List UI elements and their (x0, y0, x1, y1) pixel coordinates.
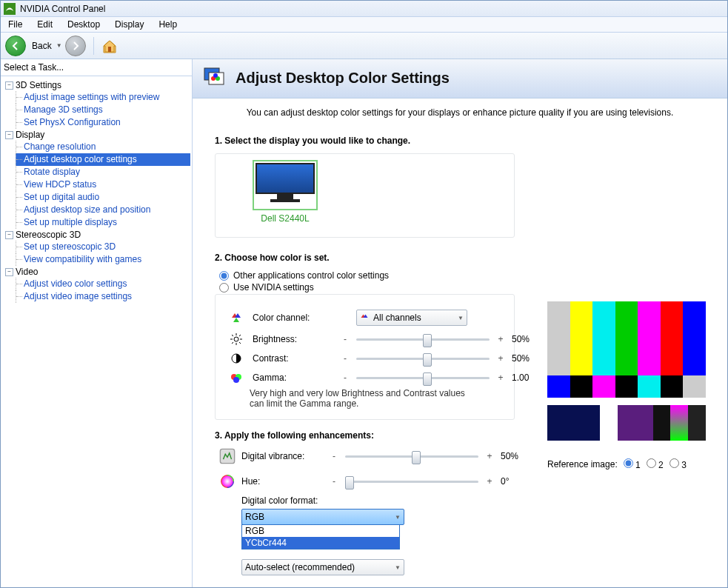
page-title: Adjust Desktop Color Settings (236, 70, 450, 87)
menu-desktop[interactable]: Desktop (60, 17, 107, 32)
color-bars (547, 301, 706, 375)
minus-icon: - (329, 476, 339, 487)
tree-item[interactable]: Adjust desktop size and position (16, 204, 190, 216)
tree-item[interactable]: Adjust video image settings (16, 290, 190, 303)
color-format-dropdown: RGB YCbCr444 (241, 524, 400, 549)
tree-item[interactable]: Adjust image settings with preview (16, 91, 190, 104)
collapse-icon[interactable]: − (5, 131, 13, 139)
svg-line-14 (239, 335, 241, 336)
pluge-bars (547, 405, 706, 441)
plus-icon: + (495, 334, 506, 344)
collapse-icon[interactable]: − (5, 268, 13, 276)
tree-group-display: −Display Change resolution Adjust deskto… (2, 129, 190, 229)
forward-button[interactable] (65, 36, 86, 56)
reference-option-3[interactable]: 3 (669, 458, 687, 470)
reference-option-2[interactable]: 2 (647, 458, 664, 470)
contrast-label: Contrast: (253, 353, 334, 364)
brightness-slider[interactable] (356, 338, 490, 341)
color-format-option[interactable]: RGB (242, 525, 399, 537)
color-channel-combo[interactable]: All channels ▼ (356, 310, 467, 326)
vibrance-label: Digital vibrance: (241, 451, 323, 461)
content-area: 1. Select the display you would like to … (193, 131, 727, 587)
task-tree: −3D Settings Adjust image settings with … (1, 76, 192, 306)
vibrance-value: 50% (501, 451, 536, 461)
toolbar: Back ▼ (1, 33, 727, 59)
menu-edit[interactable]: Edit (30, 17, 60, 32)
nvidia-icon (4, 3, 16, 15)
menu-help[interactable]: Help (151, 17, 184, 32)
task-header: Select a Task... (1, 59, 192, 76)
reference-image-panel: Reference image: 1 2 3 (547, 301, 714, 470)
color-settings-box: Color channel: All channels ▼ (215, 294, 515, 420)
tree-item-selected[interactable]: Adjust desktop color settings (16, 153, 190, 166)
window-title: NVIDIA Control Panel (20, 4, 105, 14)
tree-group-stereo3d: −Stereoscopic 3D Set up stereoscopic 3D … (2, 229, 190, 266)
color-format-combo[interactable]: RGB ▼ RGB YCbCr444 (241, 509, 404, 525)
color-format-label: Digital color format: (241, 495, 515, 506)
gamma-note: Very high and very low Brightness and Co… (250, 388, 472, 409)
minus-icon: - (340, 353, 350, 364)
tree-group-3d-settings: −3D Settings Adjust image settings with … (2, 79, 190, 129)
svg-line-13 (239, 342, 241, 344)
contrast-slider[interactable] (356, 358, 490, 360)
body: Select a Task... −3D Settings Adjust ima… (1, 59, 727, 587)
collapse-icon[interactable]: − (5, 81, 13, 90)
step3-title: 3. Apply the following enhancements: (215, 430, 515, 441)
menu-display[interactable]: Display (107, 17, 151, 32)
plus-icon: + (495, 372, 506, 383)
vibrance-slider[interactable] (345, 455, 478, 458)
tree-item[interactable]: Set PhysX Configuration (16, 116, 190, 129)
svg-point-7 (234, 337, 238, 341)
radio-nvidia-input[interactable] (219, 283, 229, 293)
hue-slider[interactable] (345, 481, 478, 483)
minus-icon: - (340, 334, 350, 344)
color-channel-mini-icon (360, 313, 369, 322)
hue-icon (219, 473, 236, 490)
tree-item[interactable]: Set up stereoscopic 3D (16, 241, 190, 253)
reference-option-1[interactable]: 1 (624, 458, 641, 470)
app-window: NVIDIA Control Panel File Edit Desktop D… (0, 0, 728, 588)
tree-item[interactable]: Set up digital audio (16, 191, 190, 204)
radio-other-input[interactable] (219, 271, 229, 281)
contrast-icon (230, 353, 242, 364)
minus-icon: - (340, 372, 350, 383)
home-icon[interactable] (101, 38, 118, 54)
display-option[interactable]: Dell S2440L (241, 160, 330, 224)
tree-item[interactable]: View HDCP status (16, 178, 190, 191)
color-format-option[interactable]: YCbCr444 (242, 537, 399, 549)
step2-title: 2. Choose how color is set. (215, 253, 515, 263)
brightness-label: Brightness: (253, 334, 334, 344)
minus-icon: - (329, 451, 339, 461)
plus-icon: + (484, 476, 495, 487)
collapse-icon[interactable]: − (5, 231, 13, 239)
tree-item[interactable]: Adjust video color settings (16, 278, 190, 290)
tree-item[interactable]: Change resolution (16, 141, 190, 153)
plus-icon: + (495, 353, 506, 364)
title-bar: NVIDIA Control Panel (1, 1, 727, 17)
gamma-slider[interactable] (356, 377, 490, 379)
back-button[interactable] (5, 36, 26, 56)
contrast-value: 50% (512, 353, 547, 364)
brightness-value: 50% (512, 334, 547, 344)
menu-bar: File Edit Desktop Display Help (1, 17, 727, 33)
hue-value: 0° (501, 476, 536, 487)
toolbar-separator (93, 37, 94, 55)
tree-item[interactable]: Manage 3D settings (16, 104, 190, 116)
dynamic-range-combo[interactable]: Auto-select (recommended) ▼ (241, 559, 404, 575)
radio-nvidia[interactable]: Use NVIDIA settings (219, 282, 515, 293)
tree-group-header[interactable]: −3D Settings (2, 79, 190, 91)
back-label: Back (32, 41, 52, 51)
tree-item[interactable]: Set up multiple displays (16, 216, 190, 229)
tree-item[interactable]: Rotate display (16, 166, 190, 178)
radio-other-apps[interactable]: Other applications control color setting… (219, 270, 515, 281)
reference-label: Reference image: (547, 459, 618, 470)
tree-group-header[interactable]: −Video (2, 266, 190, 278)
tree-group-header[interactable]: −Stereoscopic 3D (2, 229, 190, 241)
menu-file[interactable]: File (1, 17, 30, 32)
tree-group-header[interactable]: −Display (2, 129, 190, 141)
color-channel-label: Color channel: (253, 313, 334, 323)
tree-item[interactable]: View compatibility with games (16, 253, 190, 266)
main-panel: Adjust Desktop Color Settings You can ad… (193, 59, 727, 587)
gamma-icon (230, 372, 242, 384)
back-dropdown-icon[interactable]: ▼ (56, 42, 62, 49)
